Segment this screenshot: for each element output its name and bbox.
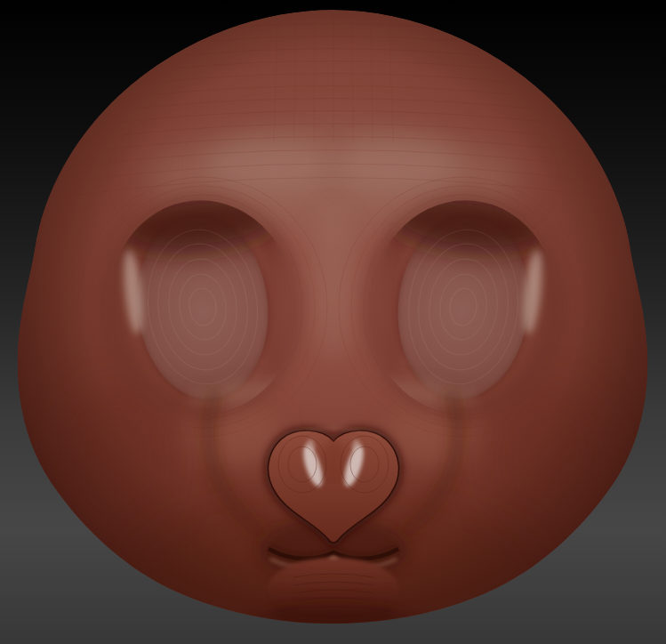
- sculpt-viewport[interactable]: 3D sculpting viewport rendering a styliz…: [0, 0, 666, 644]
- head-sculpt[interactable]: [18, 10, 648, 644]
- edge-vignette: [18, 10, 648, 624]
- model-render[interactable]: [0, 0, 666, 644]
